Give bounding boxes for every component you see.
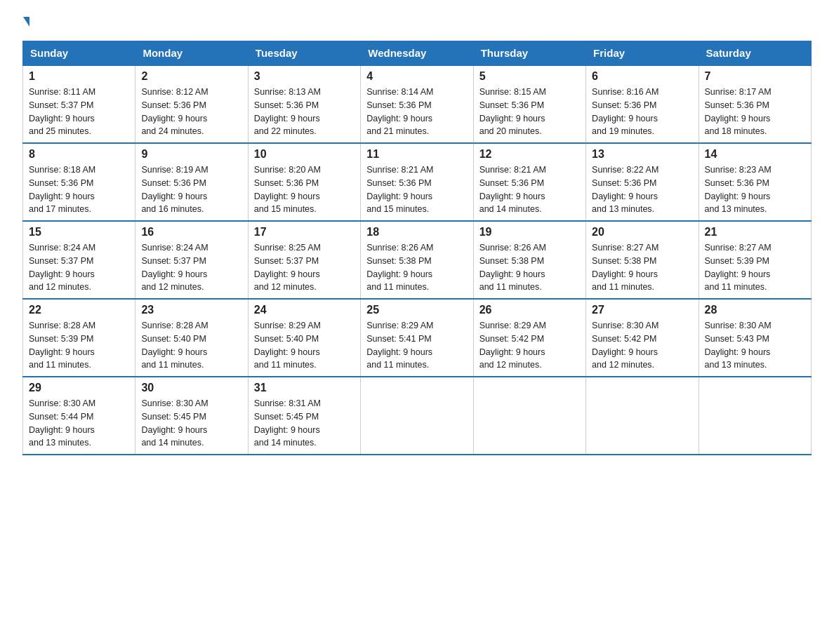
day-number: 30 (141, 382, 241, 394)
day-number: 27 (592, 304, 692, 316)
day-info: Sunrise: 8:14 AMSunset: 5:36 PMDaylight:… (366, 86, 467, 138)
day-info: Sunrise: 8:21 AMSunset: 5:36 PMDaylight:… (479, 163, 580, 216)
calendar-day-cell: 10Sunrise: 8:20 AMSunset: 5:36 PMDayligh… (248, 143, 360, 221)
day-number: 19 (479, 226, 580, 239)
day-info: Sunrise: 8:16 AMSunset: 5:36 PMDaylight:… (592, 86, 692, 138)
day-number: 24 (254, 304, 355, 316)
calendar-week-row: 15Sunrise: 8:24 AMSunset: 5:37 PMDayligh… (23, 221, 812, 299)
calendar-week-row: 22Sunrise: 8:28 AMSunset: 5:39 PMDayligh… (23, 299, 812, 377)
calendar-empty-cell (361, 377, 473, 455)
day-number: 4 (366, 70, 467, 83)
calendar-empty-cell (473, 377, 585, 455)
calendar-day-cell: 30Sunrise: 8:30 AMSunset: 5:45 PMDayligh… (135, 377, 248, 455)
day-info: Sunrise: 8:28 AMSunset: 5:40 PMDaylight:… (141, 319, 241, 372)
col-header-friday: Friday (586, 41, 699, 66)
calendar-day-cell: 4Sunrise: 8:14 AMSunset: 5:36 PMDaylight… (361, 65, 473, 143)
day-number: 3 (254, 70, 355, 83)
calendar-empty-cell (586, 377, 699, 455)
calendar-day-cell: 27Sunrise: 8:30 AMSunset: 5:42 PMDayligh… (586, 299, 699, 377)
day-info: Sunrise: 8:12 AMSunset: 5:36 PMDaylight:… (141, 86, 241, 138)
calendar-day-cell: 9Sunrise: 8:19 AMSunset: 5:36 PMDaylight… (135, 143, 248, 221)
calendar-day-cell: 13Sunrise: 8:22 AMSunset: 5:36 PMDayligh… (586, 143, 699, 221)
col-header-monday: Monday (135, 41, 248, 66)
day-number: 10 (254, 148, 355, 161)
day-info: Sunrise: 8:30 AMSunset: 5:44 PMDaylight:… (29, 397, 129, 450)
day-info: Sunrise: 8:13 AMSunset: 5:36 PMDaylight:… (254, 86, 355, 138)
day-number: 2 (141, 70, 241, 83)
day-info: Sunrise: 8:27 AMSunset: 5:38 PMDaylight:… (592, 241, 692, 294)
day-info: Sunrise: 8:29 AMSunset: 5:40 PMDaylight:… (254, 319, 355, 372)
calendar-day-cell: 29Sunrise: 8:30 AMSunset: 5:44 PMDayligh… (23, 377, 135, 455)
calendar-day-cell: 31Sunrise: 8:31 AMSunset: 5:45 PMDayligh… (248, 377, 360, 455)
calendar-day-cell: 15Sunrise: 8:24 AMSunset: 5:37 PMDayligh… (23, 221, 135, 299)
day-number: 7 (705, 70, 805, 83)
calendar-day-cell: 25Sunrise: 8:29 AMSunset: 5:41 PMDayligh… (361, 299, 473, 377)
day-number: 9 (141, 148, 241, 161)
day-info: Sunrise: 8:24 AMSunset: 5:37 PMDaylight:… (141, 241, 241, 294)
day-number: 29 (29, 382, 129, 394)
day-info: Sunrise: 8:26 AMSunset: 5:38 PMDaylight:… (366, 241, 467, 294)
day-info: Sunrise: 8:30 AMSunset: 5:45 PMDaylight:… (141, 397, 241, 450)
day-number: 25 (366, 304, 467, 316)
calendar-header-row: SundayMondayTuesdayWednesdayThursdayFrid… (23, 41, 812, 66)
day-info: Sunrise: 8:19 AMSunset: 5:36 PMDaylight:… (141, 163, 241, 216)
calendar-day-cell: 3Sunrise: 8:13 AMSunset: 5:36 PMDaylight… (248, 65, 360, 143)
calendar-week-row: 29Sunrise: 8:30 AMSunset: 5:44 PMDayligh… (23, 377, 812, 455)
day-info: Sunrise: 8:31 AMSunset: 5:45 PMDaylight:… (254, 397, 355, 450)
calendar-week-row: 8Sunrise: 8:18 AMSunset: 5:36 PMDaylight… (23, 143, 812, 221)
calendar-day-cell: 23Sunrise: 8:28 AMSunset: 5:40 PMDayligh… (135, 299, 248, 377)
calendar-day-cell: 17Sunrise: 8:25 AMSunset: 5:37 PMDayligh… (248, 221, 360, 299)
calendar-week-row: 1Sunrise: 8:11 AMSunset: 5:37 PMDaylight… (23, 65, 812, 143)
day-info: Sunrise: 8:20 AMSunset: 5:36 PMDaylight:… (254, 163, 355, 216)
day-number: 22 (29, 304, 129, 316)
calendar-day-cell: 12Sunrise: 8:21 AMSunset: 5:36 PMDayligh… (473, 143, 585, 221)
day-info: Sunrise: 8:17 AMSunset: 5:36 PMDaylight:… (705, 86, 805, 138)
day-number: 13 (592, 148, 692, 161)
calendar-day-cell: 16Sunrise: 8:24 AMSunset: 5:37 PMDayligh… (135, 221, 248, 299)
day-info: Sunrise: 8:22 AMSunset: 5:36 PMDaylight:… (592, 163, 692, 216)
day-info: Sunrise: 8:27 AMSunset: 5:39 PMDaylight:… (705, 241, 805, 294)
calendar-day-cell: 6Sunrise: 8:16 AMSunset: 5:36 PMDaylight… (586, 65, 699, 143)
day-info: Sunrise: 8:21 AMSunset: 5:36 PMDaylight:… (366, 163, 467, 216)
day-number: 17 (254, 226, 355, 239)
day-info: Sunrise: 8:29 AMSunset: 5:42 PMDaylight:… (479, 319, 580, 372)
calendar-day-cell: 21Sunrise: 8:27 AMSunset: 5:39 PMDayligh… (699, 221, 811, 299)
logo (22, 17, 29, 28)
day-info: Sunrise: 8:23 AMSunset: 5:36 PMDaylight:… (705, 163, 805, 216)
calendar-day-cell: 28Sunrise: 8:30 AMSunset: 5:43 PMDayligh… (699, 299, 811, 377)
calendar-empty-cell (699, 377, 811, 455)
day-number: 20 (592, 226, 692, 239)
day-info: Sunrise: 8:29 AMSunset: 5:41 PMDaylight:… (366, 319, 467, 372)
calendar-day-cell: 18Sunrise: 8:26 AMSunset: 5:38 PMDayligh… (361, 221, 473, 299)
calendar-day-cell: 22Sunrise: 8:28 AMSunset: 5:39 PMDayligh… (23, 299, 135, 377)
calendar-day-cell: 2Sunrise: 8:12 AMSunset: 5:36 PMDaylight… (135, 65, 248, 143)
day-number: 26 (479, 304, 580, 316)
calendar-day-cell: 24Sunrise: 8:29 AMSunset: 5:40 PMDayligh… (248, 299, 360, 377)
day-info: Sunrise: 8:30 AMSunset: 5:43 PMDaylight:… (705, 319, 805, 372)
col-header-tuesday: Tuesday (248, 41, 360, 66)
page-header (22, 17, 812, 28)
col-header-sunday: Sunday (23, 41, 135, 66)
day-number: 21 (705, 226, 805, 239)
calendar-day-cell: 1Sunrise: 8:11 AMSunset: 5:37 PMDaylight… (23, 65, 135, 143)
logo-triangle-icon (23, 17, 29, 27)
col-header-saturday: Saturday (699, 41, 811, 66)
calendar-table: SundayMondayTuesdayWednesdayThursdayFrid… (22, 41, 812, 455)
day-number: 23 (141, 304, 241, 316)
calendar-day-cell: 8Sunrise: 8:18 AMSunset: 5:36 PMDaylight… (23, 143, 135, 221)
day-number: 11 (366, 148, 467, 161)
col-header-thursday: Thursday (473, 41, 585, 66)
day-number: 6 (592, 70, 692, 83)
day-number: 28 (705, 304, 805, 316)
col-header-wednesday: Wednesday (361, 41, 473, 66)
calendar-day-cell: 11Sunrise: 8:21 AMSunset: 5:36 PMDayligh… (361, 143, 473, 221)
day-number: 15 (29, 226, 129, 239)
calendar-day-cell: 19Sunrise: 8:26 AMSunset: 5:38 PMDayligh… (473, 221, 585, 299)
calendar-day-cell: 5Sunrise: 8:15 AMSunset: 5:36 PMDaylight… (473, 65, 585, 143)
day-info: Sunrise: 8:24 AMSunset: 5:37 PMDaylight:… (29, 241, 129, 294)
calendar-day-cell: 26Sunrise: 8:29 AMSunset: 5:42 PMDayligh… (473, 299, 585, 377)
day-info: Sunrise: 8:15 AMSunset: 5:36 PMDaylight:… (479, 86, 580, 138)
day-number: 14 (705, 148, 805, 161)
day-info: Sunrise: 8:18 AMSunset: 5:36 PMDaylight:… (29, 163, 129, 216)
day-number: 5 (479, 70, 580, 83)
